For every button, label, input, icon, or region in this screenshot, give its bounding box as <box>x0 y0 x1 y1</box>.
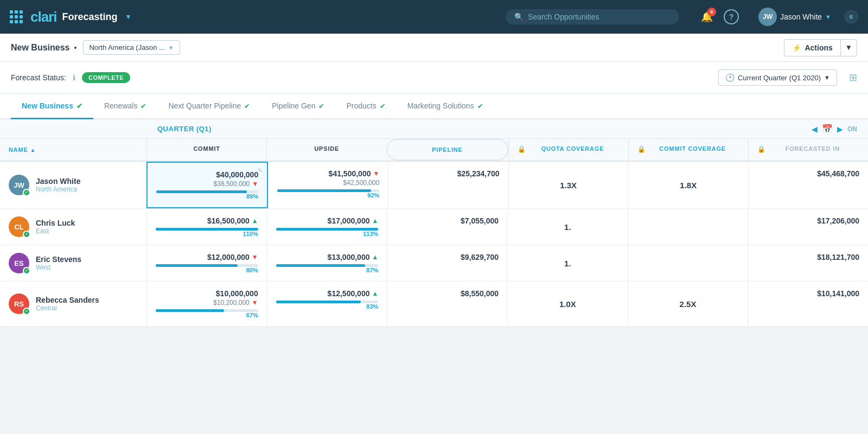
forecasted-in-value: $17,206,000 <box>757 216 859 225</box>
status-badge: COMPLETE <box>82 72 130 83</box>
td-commit-cell[interactable]: $16,500,000 ▲ 110% <box>146 209 267 245</box>
td-upside-cell[interactable]: $13,000,000 ▲ 87% <box>267 245 387 281</box>
th-pipeline[interactable]: PIPELINE <box>386 139 508 161</box>
avatar-initials: CL <box>14 223 23 231</box>
grid-view-icon[interactable]: ⊞ <box>849 72 857 84</box>
td-upside-cell[interactable]: $12,500,000 ▲ 83% <box>267 282 387 326</box>
tab-label: Products <box>346 101 376 110</box>
tab-renewals[interactable]: Renewals✔ <box>93 94 157 119</box>
info-icon[interactable]: ℹ <box>73 73 75 82</box>
td-pipeline-cell: $9,629,700 <box>387 245 507 281</box>
actions-button[interactable]: ⚡ Actions <box>784 39 840 56</box>
commit-down-arrow: ▼ <box>252 253 258 261</box>
td-upside-cell[interactable]: $41,500,000 ▼ $42,500,000 92% <box>268 162 388 208</box>
on-toggle-label: ON <box>847 125 857 133</box>
td-pipeline-cell: $7,055,000 <box>387 209 507 245</box>
actions-label: Actions <box>805 43 832 52</box>
status-bar: Forecast Status: ℹ COMPLETE 🕐 Current Qu… <box>0 62 868 94</box>
avatar: RS <box>9 293 29 314</box>
td-pipeline-cell: $25,234,700 <box>388 162 508 208</box>
edit-icon[interactable]: ✎ <box>258 167 263 174</box>
td-name-cell: CL Chris Luck East <box>0 209 146 245</box>
quarter-dropdown[interactable]: 🕐 Current Quarter (Q1 2020) ▼ <box>718 69 837 86</box>
commit-main-value: $16,500,000 ▲ <box>156 216 258 225</box>
upside-up-arrow: ▲ <box>372 253 378 261</box>
subnav-separator: • <box>74 43 76 52</box>
user-chevron-icon: ▼ <box>825 14 831 20</box>
nav-title-chevron[interactable]: ▼ <box>125 13 132 21</box>
calendar-icon[interactable]: 📅 <box>822 124 833 134</box>
upside-up-arrow: ▲ <box>372 290 378 297</box>
lock-icon: 🔒 <box>637 145 646 153</box>
upside-main-value: $13,000,000 ▲ <box>276 253 379 261</box>
clock-icon: 🕐 <box>725 73 735 82</box>
th-name[interactable]: NAME ▲ <box>0 139 146 161</box>
commit-down-arrow: ▼ <box>252 299 258 307</box>
commit-main-value: $40,000,000 <box>156 170 258 179</box>
lightning-icon: ⚡ <box>792 43 801 52</box>
tab-marketing-solutions[interactable]: Marketing Solutions✔ <box>397 94 494 119</box>
commit-down-arrow: ▼ <box>252 180 258 188</box>
commit-main-value: $12,000,000 ▼ <box>156 253 258 261</box>
table-row: RS Rebecca Sanders Central $10,000,000 $… <box>0 282 868 327</box>
lock-icon: 🔒 <box>518 145 526 153</box>
tab-pipeline-gen[interactable]: Pipeline Gen✔ <box>261 94 335 119</box>
sub-navigation: New Business • North America (Jason ... … <box>0 34 868 62</box>
th-forecasted-in[interactable]: 🔒 FORECASTED IN <box>748 139 868 161</box>
search-box[interactable]: 🔍 <box>506 9 679 24</box>
user-name: Jason White <box>780 12 822 21</box>
upside-percent: 92% <box>367 192 379 199</box>
avatar-initials: JW <box>14 181 24 189</box>
tab-products[interactable]: Products✔ <box>335 94 396 119</box>
td-commit-coverage-cell: 1.8X <box>628 162 748 208</box>
commit-up-arrow: ▲ <box>252 217 258 225</box>
td-commit-coverage-cell: 2.5X <box>628 282 748 326</box>
rep-name: Rebecca Sanders <box>36 296 99 304</box>
th-quota-coverage[interactable]: 🔒 QUOTA COVERAGE <box>508 139 628 161</box>
upside-sub-value: $42,500,000 <box>343 179 380 187</box>
commit-percent: 110% <box>243 231 258 237</box>
table-row: ES Eric Stevens West $12,000,000 ▼ 80% <box>0 245 868 282</box>
td-name-cell: JW Jason White North America <box>0 162 146 208</box>
user-avatar: JW <box>758 8 777 26</box>
tab-check-icon: ✔ <box>380 102 386 110</box>
th-commit-coverage[interactable]: 🔒 COMMIT COVERAGE <box>628 139 748 161</box>
help-icon[interactable]: ? <box>724 9 739 24</box>
prev-quarter-arrow[interactable]: ◀ <box>812 125 818 133</box>
user-area[interactable]: JW Jason White ▼ <box>758 8 831 26</box>
avatar: ES <box>9 253 29 273</box>
forecasted-in-value: $10,141,000 <box>757 289 859 298</box>
td-commit-cell[interactable]: ✎ $40,000,000 $38,500,000 ▼ 89% <box>146 162 268 208</box>
search-input[interactable] <box>528 12 636 21</box>
quarter-header: QUARTER (Q1) ◀ 📅 ▶ ON <box>0 119 868 139</box>
actions-button-group: ⚡ Actions ▼ <box>784 39 857 56</box>
pipeline-value: $9,629,700 <box>396 253 499 261</box>
upside-percent: 113% <box>363 231 378 237</box>
quarter-chevron-icon: ▼ <box>824 74 830 81</box>
td-commit-cell[interactable]: $12,000,000 ▼ 80% <box>146 245 267 281</box>
forecasted-in-value: $18,121,700 <box>757 253 859 261</box>
table-container: QUARTER (Q1) ◀ 📅 ▶ ON NAME ▲ COMMIT UPSI… <box>0 119 868 327</box>
commit-main-value: $10,000,000 <box>156 289 258 298</box>
pipeline-value: $7,055,000 <box>396 216 499 225</box>
quarter-navigation: ◀ 📅 ▶ ON <box>812 124 868 134</box>
logo-icon <box>10 10 23 23</box>
actions-chevron-button[interactable]: ▼ <box>841 39 857 56</box>
rep-region: East <box>36 227 75 235</box>
tab-new-business[interactable]: New Business✔ <box>11 94 93 119</box>
region-dropdown[interactable]: North America (Jason ... ▼ <box>83 40 180 55</box>
td-upside-cell[interactable]: $17,000,000 ▲ 113% <box>267 209 387 245</box>
td-commit-coverage-cell <box>628 209 748 245</box>
next-quarter-arrow[interactable]: ▶ <box>837 125 843 133</box>
th-upside[interactable]: UPSIDE <box>266 139 386 161</box>
tab-next-quarter-pipeline[interactable]: Next Quarter Pipeline✔ <box>157 94 261 119</box>
tab-label: Pipeline Gen <box>272 101 315 110</box>
td-quota-coverage-cell: 1. <box>507 245 628 281</box>
th-commit[interactable]: COMMIT <box>146 139 266 161</box>
notifications-icon[interactable]: 🔔 6 <box>701 11 713 23</box>
avatar-verified-badge <box>23 231 30 238</box>
td-commit-cell[interactable]: $10,000,000 $10,200,000 ▼ 67% <box>146 282 267 326</box>
quarter-label: QUARTER (Q1) <box>146 125 212 133</box>
commit-percent: 67% <box>246 312 258 318</box>
table-body: JW Jason White North America ✎ $40,000,0… <box>0 162 868 327</box>
